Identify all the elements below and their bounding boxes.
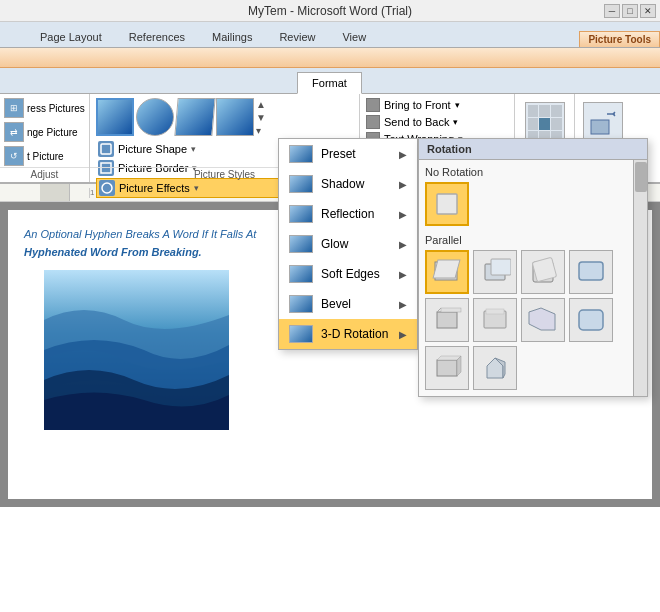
send-to-back-btn[interactable]: Send to Back ▾	[366, 115, 508, 129]
title-text: MyTem - Microsoft Word (Trial)	[248, 4, 412, 18]
bevel-thumb	[289, 295, 313, 313]
send-back-label: Send to Back	[384, 116, 449, 128]
window-controls[interactable]: ─ □ ✕	[604, 4, 656, 18]
style-thumb-3[interactable]	[174, 98, 215, 136]
menu-3d-rotation[interactable]: 3-D Rotation ▶	[279, 319, 417, 349]
svg-rect-10	[433, 260, 460, 278]
back-arrow: ▾	[453, 117, 458, 127]
reset-label: t Picture	[27, 151, 64, 162]
title-bar: MyTem - Microsoft Word (Trial) ─ □ ✕	[0, 0, 660, 22]
styles-scroll-up[interactable]: ▲	[256, 99, 272, 110]
parallel-label: Parallel	[425, 234, 627, 246]
svg-rect-19	[441, 308, 461, 312]
styles-scroll-down[interactable]: ▼	[256, 112, 272, 123]
bring-front-label: Bring to Front	[384, 99, 451, 111]
parallel-item-3[interactable]	[521, 250, 565, 294]
front-arrow: ▾	[455, 100, 460, 110]
tab-format[interactable]: Format	[297, 72, 362, 94]
svg-rect-21	[486, 309, 504, 314]
parallel-item-7[interactable]	[521, 298, 565, 342]
picture-shape-label: Picture Shape	[118, 143, 187, 155]
main-tabs: Page Layout References Mailings Review V…	[0, 22, 660, 48]
soft-arrow: ▶	[399, 269, 407, 280]
parallel-item-4[interactable]	[569, 250, 613, 294]
compress-pictures-btn[interactable]: ⊞ ress Pictures	[4, 98, 85, 118]
parallel-item-2[interactable]	[473, 250, 517, 294]
parallel-item-9[interactable]	[425, 346, 469, 390]
soft-thumb	[289, 265, 313, 283]
svg-rect-15	[579, 262, 603, 280]
doc-text-3: Hyphenated Word From Breaking.	[24, 246, 202, 258]
close-button[interactable]: ✕	[640, 4, 656, 18]
preset-arrow: ▶	[399, 149, 407, 160]
compress-label: ress Pictures	[27, 103, 85, 114]
svg-rect-8	[437, 194, 457, 214]
3d-thumb	[289, 325, 313, 343]
3d-arrow: ▶	[399, 329, 407, 340]
picture-effects-label: Picture Effects	[119, 182, 190, 194]
submenu-content: No Rotation Parallel	[419, 160, 647, 396]
styles-expand[interactable]: ▾	[256, 125, 272, 136]
svg-rect-16	[437, 312, 457, 328]
reflection-arrow: ▶	[399, 209, 407, 220]
svg-rect-23	[579, 310, 603, 330]
parallel-item-10[interactable]	[473, 346, 517, 390]
shadow-thumb	[289, 175, 313, 193]
effects-arrow: ▾	[194, 183, 199, 193]
menu-glow[interactable]: Glow ▶	[279, 229, 417, 259]
reset-picture-btn[interactable]: ↺ t Picture	[4, 146, 85, 166]
menu-shadow[interactable]: Shadow ▶	[279, 169, 417, 199]
parallel-item-6[interactable]	[473, 298, 517, 342]
glow-label: Glow	[321, 237, 348, 251]
minimize-button[interactable]: ─	[604, 4, 620, 18]
rotation-title: Rotation	[419, 139, 647, 160]
change-picture-btn[interactable]: ⇄ nge Picture	[4, 122, 85, 142]
tab-review[interactable]: Review	[266, 26, 328, 47]
format-tab-area: Format	[0, 68, 660, 94]
menu-bevel[interactable]: Bevel ▶	[279, 289, 417, 319]
bevel-arrow: ▶	[399, 299, 407, 310]
maximize-button[interactable]: □	[622, 4, 638, 18]
svg-marker-22	[529, 308, 555, 330]
tab-mailings[interactable]: Mailings	[199, 26, 265, 47]
svg-rect-24	[437, 360, 457, 376]
style-thumb-2[interactable]	[136, 98, 174, 136]
soft-label: Soft Edges	[321, 267, 380, 281]
picture-tools-header	[0, 48, 660, 68]
rotation-submenu: Rotation No Rotation Parallel	[418, 138, 648, 397]
shape-arrow: ▾	[191, 144, 196, 154]
doc-text-1: An Optional Hyphen Breaks A Word If It F…	[24, 226, 284, 244]
tab-page-layout[interactable]: Page Layout	[27, 26, 115, 47]
picture-styles-grid: ▲ ▼ ▾	[96, 98, 353, 136]
bevel-label: Bevel	[321, 297, 351, 311]
bring-to-front-btn[interactable]: Bring to Front ▾	[366, 98, 508, 112]
parallel-item-1[interactable]	[425, 250, 469, 294]
parallel-item-5[interactable]	[425, 298, 469, 342]
menu-preset[interactable]: Preset ▶	[279, 139, 417, 169]
parallel-item-8[interactable]	[569, 298, 613, 342]
no-rotation-grid	[425, 182, 627, 226]
no-rotation-item[interactable]	[425, 182, 469, 226]
adjust-label: Adjust	[0, 167, 89, 180]
menu-soft-edges[interactable]: Soft Edges ▶	[279, 259, 417, 289]
submenu-scrollbar[interactable]	[633, 160, 647, 396]
tab-home[interactable]	[0, 38, 26, 47]
svg-point-2	[102, 183, 112, 193]
style-thumb-4[interactable]	[216, 98, 254, 136]
effects-dropdown: Preset ▶ Shadow ▶ Reflection ▶ Glow ▶ So…	[278, 138, 418, 350]
preset-thumb	[289, 145, 313, 163]
tab-references[interactable]: References	[116, 26, 198, 47]
glow-thumb	[289, 235, 313, 253]
preset-label: Preset	[321, 147, 356, 161]
change-label: nge Picture	[27, 127, 78, 138]
picture-tools-tab-label: Picture Tools	[579, 31, 660, 47]
menu-reflection[interactable]: Reflection ▶	[279, 199, 417, 229]
reflection-label: Reflection	[321, 207, 374, 221]
glow-arrow: ▶	[399, 239, 407, 250]
no-rotation-label: No Rotation	[425, 166, 627, 178]
shadow-arrow: ▶	[399, 179, 407, 190]
style-thumb-1[interactable]	[96, 98, 134, 136]
tab-view[interactable]: View	[329, 26, 379, 47]
document-image	[44, 270, 229, 430]
scroll-thumb[interactable]	[635, 162, 647, 192]
